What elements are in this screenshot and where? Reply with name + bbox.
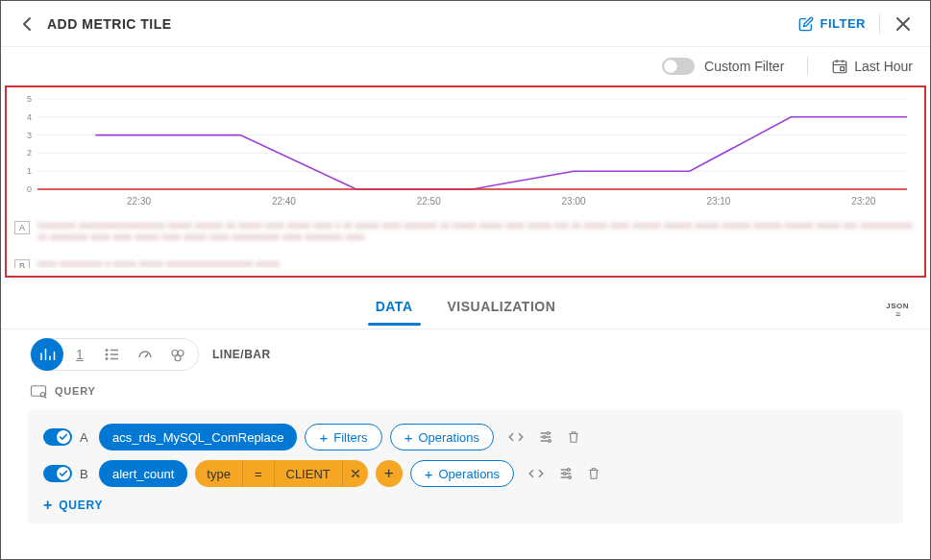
- tab-visualization[interactable]: VISUALIZATION: [430, 287, 574, 326]
- svg-point-21: [106, 353, 108, 355]
- add-query-label: QUERY: [59, 499, 103, 512]
- query-a-metric-pill[interactable]: acs_rds_MySQL_ComReplace: [99, 424, 297, 450]
- query-b-toggle[interactable]: [43, 465, 72, 482]
- legend-key-b: B: [14, 259, 30, 268]
- svg-text:1: 1: [27, 166, 32, 176]
- svg-text:23:20: 23:20: [851, 196, 875, 207]
- chart-type-list-icon[interactable]: [96, 338, 129, 371]
- svg-point-31: [567, 469, 570, 472]
- svg-text:5: 5: [27, 94, 32, 104]
- query-panel: A acs_rds_MySQL_ComReplace +Filters +Ope…: [28, 410, 903, 523]
- svg-text:22:30: 22:30: [127, 196, 151, 207]
- query-a-filters-button[interactable]: +Filters: [305, 424, 381, 450]
- query-section-label: QUERY: [55, 385, 96, 397]
- query-a-toggle[interactable]: [43, 428, 72, 446]
- chart-legend: A xxxxxxxx xxxxxxxxxxxxxxxxxx xxxxx xxxx…: [14, 220, 917, 268]
- time-range-label: Last Hour: [854, 59, 913, 74]
- divider: [879, 14, 880, 34]
- svg-text:23:00: 23:00: [562, 196, 586, 207]
- query-b-filter-chip[interactable]: type = CLIENT: [195, 460, 367, 487]
- add-query-button[interactable]: +QUERY: [43, 497, 888, 514]
- svg-text:23:10: 23:10: [706, 196, 730, 207]
- json-toggle-button[interactable]: JSON ≡: [886, 295, 909, 316]
- back-chevron-icon[interactable]: [18, 15, 36, 33]
- query-a-operations-button[interactable]: +Operations: [390, 424, 494, 450]
- legend-text-b: xxxx xxxxxxxxx x xxxxx xxxxx xxxxxxxxxxx…: [37, 258, 280, 268]
- query-a-code-icon[interactable]: [507, 430, 525, 444]
- query-row-b: B alert_count type = CLIENT + +Operation…: [43, 460, 888, 487]
- query-b-metric-pill[interactable]: alert_count: [99, 460, 187, 487]
- close-button[interactable]: [894, 14, 913, 34]
- query-a-settings-icon[interactable]: [538, 429, 553, 445]
- chart-type-label: LINE/BAR: [212, 348, 271, 361]
- query-b-settings-icon[interactable]: [558, 466, 574, 481]
- subheader: Custom Filter Last Hour: [1, 47, 930, 85]
- custom-filter-label: Custom Filter: [704, 59, 784, 74]
- divider: [807, 57, 808, 76]
- filter-button-label: FILTER: [820, 16, 866, 31]
- line-chart: 01234522:3022:4022:5023:0023:1023:20: [14, 93, 917, 208]
- chart-preview-panel: 01234522:3022:4022:5023:0023:1023:20 A x…: [5, 85, 926, 278]
- svg-point-20: [106, 350, 108, 352]
- svg-text:2: 2: [27, 148, 32, 158]
- chart-type-gauge-icon[interactable]: [129, 338, 161, 371]
- query-a-delete-icon[interactable]: [567, 429, 580, 445]
- query-b-filter-remove-icon[interactable]: [343, 460, 368, 487]
- query-b-filter-key: type: [195, 460, 243, 487]
- filter-button[interactable]: FILTER: [798, 16, 866, 32]
- query-b-filter-op: =: [243, 460, 275, 487]
- query-b-delete-icon[interactable]: [587, 466, 600, 481]
- legend-text-a: xxxxxxxx xxxxxxxxxxxxxxxxxx xxxxx xxxxxx…: [37, 220, 917, 255]
- svg-text:22:40: 22:40: [272, 196, 296, 207]
- query-b-letter: B: [80, 467, 91, 481]
- svg-text:22:50: 22:50: [417, 196, 441, 207]
- chart-type-selector: 1: [30, 338, 199, 371]
- svg-rect-1: [841, 67, 845, 71]
- legend-key-a: A: [14, 221, 30, 234]
- svg-rect-26: [32, 386, 46, 397]
- query-row-a: A acs_rds_MySQL_ComReplace +Filters +Ope…: [43, 424, 888, 450]
- query-b-code-icon[interactable]: [527, 467, 545, 480]
- svg-point-30: [549, 440, 551, 443]
- svg-point-33: [569, 476, 572, 479]
- query-b-add-filter-button[interactable]: +: [376, 460, 403, 487]
- svg-point-32: [563, 473, 566, 475]
- header: ADD METRIC TILE FILTER: [1, 1, 930, 47]
- query-b-operations-button[interactable]: +Operations: [410, 460, 514, 487]
- query-a-letter: A: [80, 430, 91, 445]
- query-section-header: QUERY: [1, 379, 930, 402]
- svg-point-22: [106, 358, 108, 360]
- tab-bar: DATA VISUALIZATION JSON ≡: [1, 283, 930, 329]
- page-title: ADD METRIC TILE: [47, 16, 172, 32]
- svg-text:0: 0: [27, 184, 32, 194]
- svg-point-28: [547, 432, 550, 435]
- chart-type-honeycomb-icon[interactable]: [161, 338, 194, 371]
- svg-point-25: [175, 355, 181, 361]
- query-icon: [30, 384, 47, 398]
- tab-data[interactable]: DATA: [358, 287, 430, 326]
- svg-text:4: 4: [27, 112, 32, 122]
- svg-point-29: [543, 436, 546, 439]
- chart-type-row: 1 LINE/BAR: [1, 329, 930, 379]
- svg-text:3: 3: [27, 131, 32, 140]
- time-range-button[interactable]: Last Hour: [831, 58, 913, 75]
- query-b-filter-val: CLIENT: [275, 460, 343, 487]
- custom-filter-toggle[interactable]: [662, 58, 695, 75]
- chart-type-linebar-icon[interactable]: [31, 338, 63, 371]
- chart-type-value-icon[interactable]: 1: [63, 338, 96, 371]
